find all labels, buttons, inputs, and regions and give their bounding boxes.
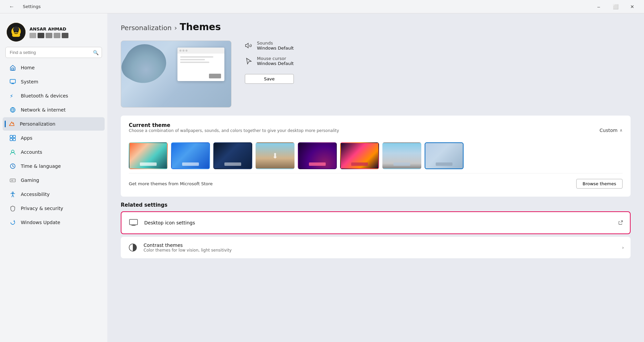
contrast-themes-info: Contrast themes Color themes for low vis… bbox=[144, 243, 616, 253]
close-button[interactable]: ✕ bbox=[625, 1, 640, 12]
download-overlay: ⬇ bbox=[256, 143, 294, 168]
sidebar-item-personalization-label: Personalization bbox=[20, 121, 55, 127]
main-content: Personalization › Themes bbox=[107, 13, 644, 342]
sidebar-item-apps[interactable]: Apps bbox=[3, 131, 105, 145]
time-icon bbox=[9, 163, 16, 169]
card-subtitle: Choose a combination of wallpapers, soun… bbox=[129, 128, 339, 133]
cursor-icon bbox=[245, 57, 253, 65]
sidebar-item-accessibility-label: Accessibility bbox=[21, 192, 50, 197]
svg-point-16 bbox=[12, 192, 13, 193]
thumb-bar bbox=[140, 162, 157, 166]
cursor-value: Windows Default bbox=[257, 61, 294, 66]
svg-rect-17 bbox=[129, 219, 138, 225]
sidebar-item-time-label: Time & language bbox=[21, 163, 61, 169]
theme-thumb-colorful[interactable] bbox=[129, 142, 168, 169]
sidebar-item-gaming-label: Gaming bbox=[21, 178, 39, 183]
update-icon bbox=[9, 219, 16, 226]
back-button[interactable]: ← bbox=[4, 1, 19, 12]
related-settings-section: Related settings Desktop icon settings bbox=[121, 202, 631, 258]
contrast-themes-item[interactable]: Contrast themes Color themes for low vis… bbox=[121, 237, 631, 258]
preview-window-bar bbox=[177, 48, 224, 54]
user-info: ANSAR AHMAD bbox=[30, 26, 68, 38]
page-title: Themes bbox=[180, 21, 221, 32]
avatar-face bbox=[7, 23, 25, 42]
card-title-group: Current theme Choose a combination of wa… bbox=[129, 122, 339, 138]
card-header: Current theme Choose a combination of wa… bbox=[129, 122, 623, 138]
sidebar-item-network[interactable]: Network & internet bbox=[3, 103, 105, 117]
search-input[interactable] bbox=[5, 47, 102, 58]
svg-text:⚡: ⚡ bbox=[10, 93, 13, 99]
svg-rect-6 bbox=[12, 68, 14, 70]
desktop-icon bbox=[128, 217, 139, 228]
sidebar-item-accounts-label: Accounts bbox=[21, 149, 42, 155]
page-header: Personalization › Themes bbox=[121, 21, 631, 32]
avatar bbox=[7, 23, 25, 42]
current-theme-value: Custom bbox=[600, 128, 618, 133]
color-swatch-5 bbox=[62, 33, 68, 38]
active-indicator bbox=[5, 121, 6, 127]
sidebar-item-home-label: Home bbox=[21, 65, 35, 70]
sound-option: Sounds Windows Default bbox=[245, 41, 294, 51]
privacy-icon bbox=[9, 205, 16, 212]
preview-section: Sounds Windows Default Mouse cursor Wind… bbox=[121, 41, 631, 108]
save-button[interactable]: Save bbox=[245, 74, 294, 84]
sound-info: Sounds Windows Default bbox=[257, 41, 294, 51]
minimize-button[interactable]: – bbox=[591, 1, 606, 12]
sidebar-item-accounts[interactable]: Accounts bbox=[3, 145, 105, 159]
theme-thumb-mountain[interactable]: ⬇ bbox=[256, 142, 294, 169]
cursor-info: Mouse cursor Windows Default bbox=[257, 56, 294, 66]
sidebar-item-privacy[interactable]: Privacy & security bbox=[3, 202, 105, 215]
preview-window bbox=[177, 48, 224, 81]
sidebar-item-update-label: Windows Update bbox=[21, 220, 60, 225]
gaming-icon bbox=[9, 177, 16, 184]
sidebar-item-gaming[interactable]: Gaming bbox=[3, 174, 105, 187]
sidebar-item-apps-label: Apps bbox=[21, 135, 33, 141]
search-icon: 🔍 bbox=[93, 50, 99, 55]
restore-button[interactable]: ⬜ bbox=[608, 1, 623, 12]
contrast-themes-title: Contrast themes bbox=[144, 243, 616, 248]
theme-thumb-flower[interactable] bbox=[340, 142, 379, 169]
color-swatch-1 bbox=[30, 33, 36, 38]
desktop-icon-settings-item[interactable]: Desktop icon settings bbox=[121, 211, 631, 234]
breadcrumb[interactable]: Personalization bbox=[121, 24, 172, 32]
thumb-bar bbox=[436, 162, 452, 166]
theme-thumb-blue[interactable] bbox=[171, 142, 210, 169]
card-value-row[interactable]: Custom ∧ bbox=[600, 128, 623, 133]
sidebar-item-home[interactable]: Home bbox=[3, 61, 105, 74]
cursor-label: Mouse cursor bbox=[257, 56, 294, 61]
thumb-bar bbox=[309, 162, 326, 166]
sidebar-item-system[interactable]: System bbox=[3, 75, 105, 88]
desktop-icon-title: Desktop icon settings bbox=[144, 220, 613, 225]
accessibility-icon bbox=[9, 191, 16, 198]
title-bar: ← Settings – ⬜ ✕ bbox=[0, 0, 644, 13]
sidebar-item-time[interactable]: Time & language bbox=[3, 159, 105, 173]
thumb-bar bbox=[182, 162, 199, 166]
network-icon bbox=[9, 107, 16, 113]
breadcrumb-separator: › bbox=[174, 24, 177, 32]
system-icon bbox=[9, 78, 16, 85]
theme-thumb-coast[interactable] bbox=[382, 142, 421, 169]
sidebar-item-network-label: Network & internet bbox=[21, 107, 66, 113]
current-theme-card: Current theme Choose a combination of wa… bbox=[121, 116, 631, 197]
user-colors bbox=[30, 33, 68, 38]
svg-rect-12 bbox=[13, 138, 15, 141]
preview-flower-decoration bbox=[121, 41, 172, 92]
color-swatch-3 bbox=[46, 33, 52, 38]
search-box: 🔍 bbox=[5, 47, 102, 58]
svg-rect-3 bbox=[12, 33, 20, 37]
sidebar-item-personalization[interactable]: Personalization bbox=[3, 117, 105, 131]
get-themes-text: Get more themes from Microsoft Store bbox=[129, 181, 213, 186]
browse-themes-button[interactable]: Browse themes bbox=[576, 179, 623, 189]
theme-thumb-dark-blue[interactable] bbox=[213, 142, 252, 169]
title-bar-title: Settings bbox=[23, 4, 41, 9]
theme-thumb-selected[interactable] bbox=[425, 142, 464, 169]
sidebar-item-accessibility[interactable]: Accessibility bbox=[3, 188, 105, 201]
sounds-label: Sounds bbox=[257, 41, 294, 46]
sidebar-item-bluetooth[interactable]: ⚡ Bluetooth & devices bbox=[3, 89, 105, 102]
theme-preview-image bbox=[121, 41, 231, 108]
theme-thumb-purple[interactable] bbox=[298, 142, 337, 169]
sidebar-item-update[interactable]: Windows Update bbox=[3, 216, 105, 229]
svg-rect-7 bbox=[10, 79, 15, 83]
svg-rect-11 bbox=[10, 138, 12, 141]
thumb-bar bbox=[393, 162, 410, 166]
